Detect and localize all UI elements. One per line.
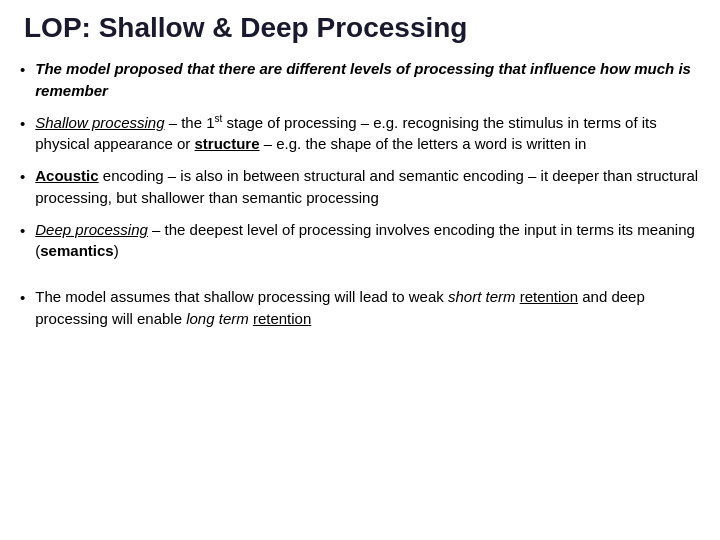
bullet-symbol: • [20, 220, 25, 242]
bullet4-close: ) [114, 242, 119, 259]
bottom-bullet-text: The model assumes that shallow processin… [35, 286, 700, 330]
main-list: • The model proposed that there are diff… [20, 58, 700, 272]
page-container: LOP: Shallow & Deep Processing • The mod… [0, 0, 720, 540]
bullet2-rest: – the 1 [165, 114, 215, 131]
retention-underline-1: retention [520, 288, 578, 305]
bottom-section: • The model assumes that shallow process… [20, 286, 700, 340]
long-term-italic: long term [186, 310, 249, 327]
list-item: • Shallow processing – the 1st stage of … [20, 112, 700, 156]
retention-underline-2: retention [253, 310, 311, 327]
content-area: • The model proposed that there are diff… [20, 58, 700, 524]
list-item: • Deep processing – the deepest level of… [20, 219, 700, 263]
bullet-symbol: • [20, 287, 25, 309]
bullet4-text: Deep processing – the deepest level of p… [35, 219, 700, 263]
acoustic-label: Acoustic [35, 167, 98, 184]
list-item: • The model proposed that there are diff… [20, 58, 700, 102]
bullet1-text: The model proposed that there are differ… [35, 58, 700, 102]
bullet-symbol: • [20, 166, 25, 188]
page-title: LOP: Shallow & Deep Processing [20, 12, 700, 44]
spacer [20, 272, 700, 282]
list-item: • Acoustic encoding – is also in between… [20, 165, 700, 209]
short-term-italic: short term [448, 288, 516, 305]
structure-word: structure [195, 135, 260, 152]
bullet-symbol: • [20, 113, 25, 135]
bullet2-rest3: – e.g. the shape of the letters a word i… [260, 135, 587, 152]
bottom-list: • The model assumes that shallow process… [20, 286, 700, 330]
bullet3-text: Acoustic encoding – is also in between s… [35, 165, 700, 209]
deep-processing-label: Deep processing [35, 221, 148, 238]
semantics-word: semantics [40, 242, 113, 259]
bullet1-content: The model proposed that there are differ… [35, 60, 691, 99]
bottom-text-start: The model assumes that shallow processin… [35, 288, 448, 305]
bullet2-text: Shallow processing – the 1st stage of pr… [35, 112, 700, 156]
bullet3-rest: encoding – is also in between structural… [35, 167, 698, 206]
bullet-symbol: • [20, 59, 25, 81]
list-item: • The model assumes that shallow process… [20, 286, 700, 330]
shallow-processing-label: Shallow processing [35, 114, 164, 131]
